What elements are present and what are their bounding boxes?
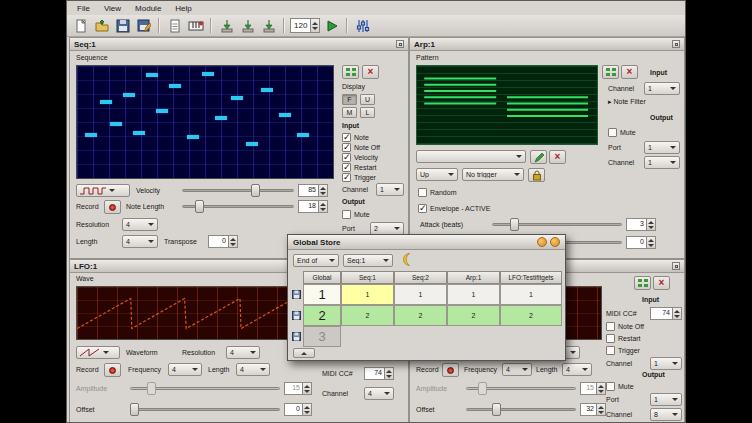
- menu-file[interactable]: File: [70, 3, 97, 14]
- column-header-seq2[interactable]: Seq:2: [394, 271, 447, 284]
- amplitude-slider[interactable]: [466, 382, 576, 395]
- record-button[interactable]: [104, 200, 121, 214]
- store-slot-button[interactable]: 2: [303, 305, 341, 326]
- restart-checkbox[interactable]: [342, 163, 351, 172]
- dialog-titlebar[interactable]: Global Store: [288, 235, 565, 250]
- record-button[interactable]: [104, 363, 121, 377]
- frequency-select[interactable]: 4: [168, 363, 202, 376]
- zoom-lower-button[interactable]: L: [360, 107, 375, 118]
- input-channel-select[interactable]: 1: [376, 183, 404, 196]
- midi-clock-icon[interactable]: [186, 16, 205, 35]
- note-off-checkbox[interactable]: [342, 143, 351, 152]
- envelope-checkbox[interactable]: [418, 204, 427, 213]
- input-cc-spinbox[interactable]: 74: [650, 307, 682, 320]
- store-cell[interactable]: 2: [447, 305, 500, 326]
- note-off-checkbox[interactable]: [606, 322, 615, 331]
- random-checkbox[interactable]: [418, 188, 427, 197]
- store-cell[interactable]: 1: [500, 284, 562, 305]
- menu-view[interactable]: View: [97, 3, 128, 14]
- mute-checkbox[interactable]: [608, 128, 617, 137]
- velocity-slider[interactable]: [182, 184, 294, 197]
- close-module-button[interactable]: ×: [362, 65, 379, 79]
- offset-slider[interactable]: [130, 403, 280, 416]
- amplitude-slider[interactable]: [130, 382, 280, 395]
- input-channel-select[interactable]: 1: [650, 357, 682, 370]
- add-lfo-icon[interactable]: [238, 16, 257, 35]
- sequence-display[interactable]: [76, 65, 334, 179]
- amplitude-spinbox[interactable]: 15: [580, 382, 606, 395]
- store-row-save-icon[interactable]: [292, 311, 301, 320]
- transpose-spinbox[interactable]: 0: [208, 235, 238, 248]
- save-file-icon[interactable]: [113, 16, 132, 35]
- seq-waveform-select[interactable]: [76, 184, 130, 197]
- seq-panel-header[interactable]: Seq:1: [70, 38, 408, 51]
- delete-pattern-button[interactable]: ×: [549, 150, 566, 164]
- inout-toggle-button[interactable]: [602, 65, 619, 79]
- resolution-select[interactable]: 4: [122, 218, 158, 231]
- length-select[interactable]: 4: [122, 235, 158, 248]
- add-seq-icon[interactable]: [259, 16, 278, 35]
- store-cell[interactable]: 1: [394, 284, 447, 305]
- direction-select[interactable]: Up: [416, 168, 458, 181]
- store-cell[interactable]: 2: [500, 305, 562, 326]
- mute-checkbox[interactable]: [342, 210, 351, 219]
- store-slot-button[interactable]: 3: [303, 326, 341, 347]
- length-select[interactable]: 4: [562, 363, 592, 376]
- output-channel-select[interactable]: 1: [644, 156, 680, 169]
- open-file-icon[interactable]: [92, 16, 111, 35]
- attack-spinbox[interactable]: 3: [626, 218, 656, 231]
- note-checkbox[interactable]: [342, 133, 351, 142]
- tempo-spinbox[interactable]: 120: [290, 18, 320, 33]
- inout-toggle-button[interactable]: [342, 65, 359, 79]
- pattern-display[interactable]: [416, 65, 598, 145]
- restore-module-select[interactable]: Seq:1: [343, 254, 393, 267]
- amplitude-spinbox[interactable]: 15: [284, 382, 312, 395]
- inout-toggle-button[interactable]: [634, 276, 651, 290]
- store-cell[interactable]: 2: [394, 305, 447, 326]
- float-icon[interactable]: [396, 40, 404, 48]
- column-header-lfo[interactable]: LFO:Testifitgets: [500, 271, 562, 284]
- velocity-spinbox[interactable]: 85: [298, 184, 328, 197]
- add-arp-icon[interactable]: [217, 16, 236, 35]
- trigger-checkbox[interactable]: [606, 346, 615, 355]
- record-button[interactable]: [442, 363, 459, 377]
- store-cell[interactable]: 1: [447, 284, 500, 305]
- lfo-waveform-select[interactable]: [76, 346, 120, 359]
- zoom-full-button[interactable]: F: [342, 94, 357, 105]
- close-module-button[interactable]: ×: [621, 65, 638, 79]
- store-row-save-icon[interactable]: [292, 290, 301, 299]
- offset-spinbox[interactable]: 32: [580, 403, 606, 416]
- input-channel-select[interactable]: 1: [644, 82, 680, 95]
- restore-timing-select[interactable]: End of: [293, 254, 339, 267]
- controllers-icon[interactable]: [353, 16, 372, 35]
- store-cell[interactable]: 1: [341, 284, 394, 305]
- save-file-as-icon[interactable]: [134, 16, 153, 35]
- release-spinbox[interactable]: 0: [626, 236, 656, 249]
- pattern-preset-select[interactable]: [416, 150, 526, 163]
- frequency-select[interactable]: 4: [502, 363, 532, 376]
- menu-module[interactable]: Module: [128, 3, 168, 14]
- shade-button[interactable]: [537, 237, 547, 247]
- trigger-mode-select[interactable]: No trigger: [462, 168, 524, 181]
- run-button[interactable]: [322, 16, 341, 35]
- velocity-checkbox[interactable]: [342, 153, 351, 162]
- restart-checkbox[interactable]: [606, 334, 615, 343]
- column-header-arp1[interactable]: Arp:1: [447, 271, 500, 284]
- arp-panel-header[interactable]: Arp:1: [410, 38, 684, 51]
- store-row-save-icon[interactable]: [292, 332, 301, 341]
- output-channel-select[interactable]: 4: [364, 387, 394, 400]
- new-file-icon[interactable]: [71, 16, 90, 35]
- tempo-spin-arrows[interactable]: [310, 19, 319, 32]
- length-select[interactable]: 4: [236, 363, 270, 376]
- offset-spinbox[interactable]: 0: [284, 403, 312, 416]
- scroll-up-button[interactable]: [293, 348, 315, 358]
- output-port-select[interactable]: 1: [650, 393, 682, 406]
- column-header-seq1[interactable]: Seq:1: [341, 271, 394, 284]
- store-cell[interactable]: 2: [341, 305, 394, 326]
- midi-cc-spinbox[interactable]: 74: [364, 367, 394, 380]
- note-filter-expander[interactable]: ▸ Note Filter: [608, 98, 646, 106]
- attack-slider[interactable]: [492, 218, 622, 231]
- column-header-global[interactable]: Global: [303, 271, 341, 284]
- output-port-select[interactable]: 1: [644, 141, 680, 154]
- edit-pattern-button[interactable]: [530, 150, 547, 164]
